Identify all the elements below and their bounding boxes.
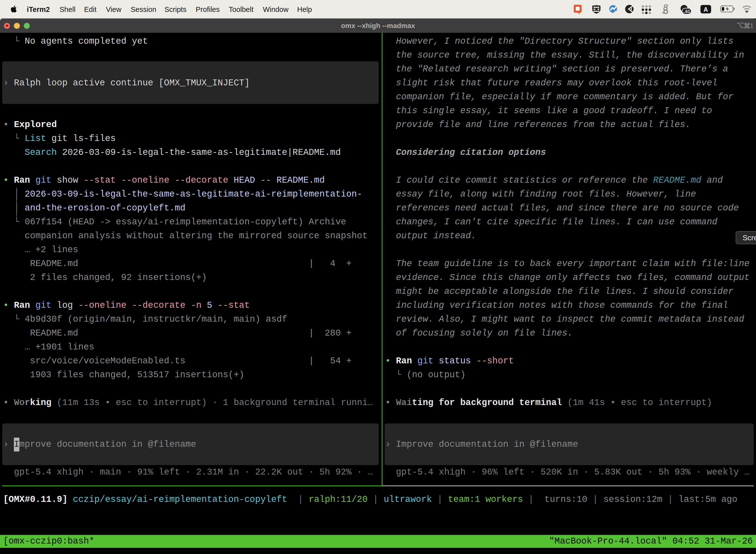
svg-text:A: A: [703, 6, 708, 13]
svg-text:1: 1: [750, 22, 753, 30]
svg-text:..61: ..61: [683, 9, 690, 14]
